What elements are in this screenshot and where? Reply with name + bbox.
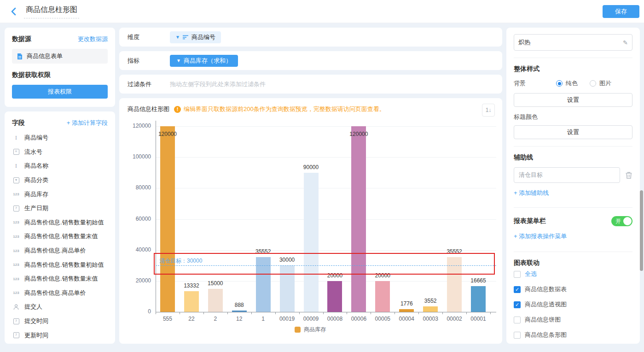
chart-name-input[interactable]: 炽热 ✎ xyxy=(514,34,632,51)
bar-value-label: 15000 xyxy=(199,280,232,287)
filter-label: 过滤条件 xyxy=(128,80,170,88)
chevron-down-icon: ▼ xyxy=(175,35,180,40)
field-label: 商品分类 xyxy=(24,176,48,184)
field-item[interactable]: 123商品售价信息.销售数量初始值 xyxy=(5,258,115,272)
field-item[interactable]: 123商品售价信息.销售数量初始值 xyxy=(5,216,115,230)
field-item[interactable]: ≡流水号 xyxy=(5,145,115,159)
trash-icon[interactable] xyxy=(625,171,632,179)
bar-00009[interactable] xyxy=(304,173,319,312)
field-item[interactable]: ▾商品分类 xyxy=(5,173,115,188)
field-item[interactable]: 123商品售价信息.销售数量末值 xyxy=(5,229,115,244)
filter-row[interactable]: 过滤条件 拖动左侧字段到此处来添加过滤条件 xyxy=(119,75,502,94)
datasource-item[interactable]: 商品信息表单 xyxy=(12,49,108,64)
field-label: 生产日期 xyxy=(24,204,48,212)
bg-image-label: 图片 xyxy=(599,79,611,88)
bar-00008[interactable] xyxy=(327,281,342,312)
text-field-icon: I xyxy=(12,162,20,170)
field-item[interactable]: I商品名称 xyxy=(5,159,115,173)
x-axis-tick xyxy=(418,312,419,314)
field-item[interactable]: 123商品售价信息.销售数量末值 xyxy=(5,272,115,286)
x-axis-tick xyxy=(275,312,276,314)
edit-icon[interactable]: ✎ xyxy=(623,39,628,46)
bg-image-radio[interactable]: 图片 xyxy=(590,79,611,88)
x-axis-label: 00003 xyxy=(418,316,442,322)
main-layout: 数据源 更改数据源 商品信息表单 数据获取权限 报表权限 字段 + 添加计算字段… xyxy=(0,23,644,348)
x-axis-label: 00002 xyxy=(442,316,466,322)
x-axis-label: 12 xyxy=(227,316,251,322)
bar-value-label: 16665 xyxy=(462,277,495,284)
bar-12[interactable] xyxy=(232,311,247,312)
field-label: 商品库存 xyxy=(24,190,48,199)
field-item[interactable]: 提交人 xyxy=(5,300,115,314)
save-button[interactable]: 保存 xyxy=(603,5,639,18)
background-row: 背景 纯色 图片 xyxy=(514,79,632,88)
field-label: 商品售价信息.销售数量初始值 xyxy=(24,261,104,269)
highlight-rectangle xyxy=(154,253,495,275)
center-column: 维度 ▼ 商品编号 指标 ▼ 商品库存（求和） 过滤条件 拖动左侧字段到此处来添… xyxy=(119,28,502,344)
left-sidebar: 数据源 更改数据源 商品信息表单 数据获取权限 报表权限 字段 + 添加计算字段… xyxy=(5,28,115,344)
linkage-item[interactable]: 商品信息饼图 xyxy=(514,316,632,324)
auxline-name-input[interactable]: 清仓目标 xyxy=(514,167,620,183)
legend-label: 商品库存 xyxy=(304,326,326,334)
chart-name-value: 炽热 xyxy=(518,38,530,47)
metric-row: 指标 ▼ 商品库存（求和） xyxy=(119,51,502,70)
x-axis-label: 00006 xyxy=(347,316,371,322)
date-field-icon: 7 xyxy=(12,318,20,324)
linkage-item[interactable]: 商品信息数据表 xyxy=(514,285,632,293)
dimension-tag[interactable]: ▼ 商品编号 xyxy=(170,31,221,43)
field-item[interactable]: 7提交时间 xyxy=(5,314,115,329)
report-permission-button[interactable]: 报表权限 xyxy=(12,85,108,99)
metric-label: 指标 xyxy=(128,57,170,65)
preview-notice: ! 编辑界面只取数据源前200条作为查询数据预览，完整数据请访问页面查看。 xyxy=(174,105,385,113)
metric-value: 商品库存（求和） xyxy=(184,57,232,65)
number-field-icon: 123 xyxy=(12,235,20,239)
bar-555[interactable] xyxy=(160,126,175,312)
field-item[interactable]: I商品编号 xyxy=(5,131,115,145)
field-item[interactable]: 123商品售价信息.商品单价 xyxy=(5,286,115,300)
add-auxline-link[interactable]: + 添加辅助线 xyxy=(514,189,549,196)
bar-00003[interactable] xyxy=(423,306,438,312)
x-axis-tick xyxy=(323,312,324,314)
background-setting-button[interactable]: 设置 xyxy=(514,93,632,107)
bar-00019[interactable] xyxy=(280,265,295,312)
x-axis-label: 2 xyxy=(203,316,227,322)
x-axis-tick xyxy=(251,312,252,314)
bar-00001[interactable] xyxy=(471,286,486,312)
bar-00004[interactable] xyxy=(399,309,414,312)
scrollbar-thumb[interactable] xyxy=(640,190,643,271)
dimension-value: 商品编号 xyxy=(191,33,215,41)
title-color-setting-button[interactable]: 设置 xyxy=(514,125,632,139)
x-axis-tick xyxy=(395,312,395,314)
field-item[interactable]: 7生产日期 xyxy=(5,201,115,216)
change-datasource-link[interactable]: 更改数据源 xyxy=(78,35,108,43)
chart-legend[interactable]: 商品库存 xyxy=(119,326,501,334)
serial-field-icon: ≡ xyxy=(12,149,20,155)
linkage-item[interactable]: 商品信息透视图 xyxy=(514,300,632,309)
bar-00005[interactable] xyxy=(375,281,390,312)
field-item[interactable]: 123商品售价信息.商品单价 xyxy=(5,244,115,258)
add-menu-link[interactable]: + 添加报表操作菜单 xyxy=(514,233,567,240)
x-axis-label: 00008 xyxy=(323,316,347,322)
menu-bar-toggle[interactable]: 开 xyxy=(611,216,632,226)
text-field-icon: I xyxy=(12,134,20,141)
field-label: 商品售价信息.销售数量末值 xyxy=(24,275,98,283)
field-item[interactable]: 123商品库存 xyxy=(5,187,115,201)
bar-22[interactable] xyxy=(184,291,199,312)
field-label: 商品售价信息.商品单价 xyxy=(24,289,86,297)
x-axis-label: 00001 xyxy=(466,316,490,322)
select-all-row[interactable]: 全选 xyxy=(514,270,632,278)
gridline xyxy=(156,219,496,220)
field-item[interactable]: 7更新时间 xyxy=(5,328,115,342)
linkage-item-label: 商品信息透视图 xyxy=(525,300,567,309)
back-icon[interactable] xyxy=(7,6,19,18)
linkage-item[interactable]: 商品信息条形图 xyxy=(514,331,632,339)
metric-tag[interactable]: ▼ 商品库存（求和） xyxy=(170,55,238,67)
add-calc-field-link[interactable]: + 添加计算字段 xyxy=(67,119,108,127)
bg-solid-radio[interactable]: 纯色 xyxy=(556,79,578,88)
field-label: 商品售价信息.销售数量初始值 xyxy=(24,218,104,227)
gridline xyxy=(156,188,496,188)
bar-00006[interactable] xyxy=(351,126,366,312)
bar-2[interactable] xyxy=(208,289,223,312)
chart-card: 商品信息柱形图 ! 编辑界面只取数据源前200条作为查询数据预览，完整数据请访问… xyxy=(119,98,502,344)
fields-title: 字段 xyxy=(12,119,25,127)
